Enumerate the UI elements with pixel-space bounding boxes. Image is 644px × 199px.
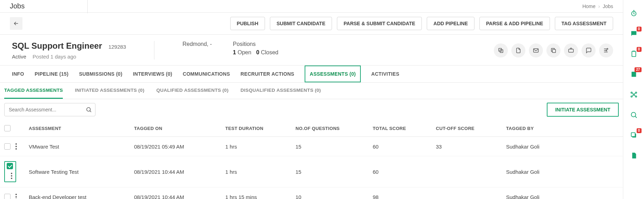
briefcase-icon (568, 47, 574, 54)
cell-assessment: Back-end Developer test (29, 194, 134, 199)
tab-communications[interactable]: COMMUNICATIONS (183, 66, 230, 82)
col-test-duration: TEST DURATION (225, 126, 296, 131)
breadcrumb-current: Jobs (603, 4, 613, 9)
initiate-assessment-button[interactable]: INITIATE ASSESSMENT (547, 103, 619, 117)
select-all-checkbox[interactable] (4, 125, 11, 131)
mail-icon (533, 47, 539, 54)
cell-assessment: VMware Test (29, 144, 134, 150)
row-menu-button[interactable] (14, 142, 18, 151)
cell-tagged-on: 08/19/2021 10:44 AM (134, 194, 225, 199)
tab-info[interactable]: INFO (12, 66, 24, 82)
document-icon (515, 47, 522, 54)
col-total-score: TOTAL SCORE (373, 126, 436, 131)
tab-pipeline[interactable]: PIPELINE (15) (35, 66, 68, 82)
job-id: 129283 (108, 44, 126, 50)
right-sidebar: 0 0 27 0 (623, 0, 644, 199)
sidebar-tasks-icon[interactable]: 27 (629, 69, 639, 79)
col-assessment: ASSESSMENT (29, 126, 134, 131)
cell-tagged-by: Sudhakar Goli (506, 169, 619, 175)
svg-point-16 (631, 112, 636, 117)
closed-count: 0 (256, 49, 259, 55)
sidebar-search-icon[interactable] (629, 110, 639, 120)
parse-add-pipeline-button[interactable]: PARSE & ADD PIPELINE (479, 17, 550, 30)
sidebar-file-icon[interactable] (629, 151, 639, 160)
duplicate-button[interactable] (546, 43, 560, 57)
mail-button[interactable] (529, 43, 543, 57)
row-checkbox[interactable] (4, 143, 11, 150)
table-row: VMware Test 08/19/2021 05:49 AM 1 hrs 15… (0, 137, 623, 156)
svg-point-11 (633, 94, 635, 95)
sidebar-copies-icon[interactable]: 0 (629, 130, 639, 140)
sidebar-stopwatch-icon[interactable] (629, 8, 639, 18)
cell-test-duration: 1 hrs (225, 144, 296, 150)
sidebar-chat-icon[interactable]: 0 (629, 29, 639, 39)
tab-interviews[interactable]: INTERVIEWS (0) (133, 66, 172, 82)
badge: 27 (635, 67, 641, 72)
search-input[interactable] (4, 103, 95, 116)
chat-button[interactable] (582, 43, 596, 57)
col-tagged-by: TAGGED BY (506, 126, 619, 131)
svg-point-15 (635, 96, 637, 97)
subtab-initiated[interactable]: INITIATED ASSESSMENTS (0) (75, 83, 144, 99)
svg-rect-10 (631, 72, 636, 77)
sliders-icon (603, 47, 609, 54)
back-button[interactable] (10, 17, 22, 30)
cell-tagged-by: Sudhakar Goli (506, 144, 619, 150)
copy-icon (498, 47, 504, 54)
svg-point-13 (635, 92, 637, 94)
row-menu-button[interactable] (14, 192, 18, 199)
parse-submit-candidate-button[interactable]: PARSE & SUBMIT CANDIDATE (337, 17, 422, 30)
row-checkbox[interactable] (7, 163, 13, 169)
copy2-icon (550, 47, 557, 54)
cell-no-of-questions: 10 (296, 194, 373, 199)
job-posted: Posted 1 days ago (33, 54, 76, 60)
cell-tagged-by: Sudhakar Goli (506, 194, 619, 199)
open-label: Open (238, 49, 251, 55)
tab-submissions[interactable]: SUBMISSIONS (0) (79, 66, 122, 82)
cell-test-duration: 1 hrs (225, 169, 296, 175)
open-count: 1 (233, 49, 236, 55)
svg-rect-9 (632, 52, 636, 57)
svg-rect-4 (569, 49, 573, 52)
tag-assessment-button[interactable]: TAG ASSESSMENT (555, 17, 613, 30)
document-button[interactable] (511, 43, 525, 57)
sidebar-clipboard-icon[interactable]: 0 (629, 49, 639, 59)
tab-activities[interactable]: ACTIVITIES (371, 66, 399, 82)
tab-recruiter-actions[interactable]: RECRUITER ACTIONS (240, 66, 294, 82)
cell-assessment: Software Testing Test (29, 169, 134, 175)
cell-total-score: 60 (373, 169, 436, 175)
row-menu-button[interactable] (9, 171, 14, 180)
chevron-right-icon: › (598, 4, 600, 9)
copy-button[interactable] (494, 43, 508, 57)
chat-icon (585, 47, 592, 54)
cell-tagged-on: 08/19/2021 10:44 AM (134, 169, 225, 175)
subtab-qualified[interactable]: QUALIFIED ASSESSMENTS (0) (156, 83, 228, 99)
add-pipeline-button[interactable]: ADD PIPELINE (427, 17, 474, 30)
svg-rect-18 (631, 133, 635, 137)
cell-total-score: 60 (373, 144, 436, 150)
job-title: SQL Support Engineer (12, 41, 102, 51)
col-cutoff-score: CUT-OFF SCORE (436, 126, 506, 131)
settings-button[interactable] (599, 43, 613, 57)
cell-total-score: 98 (373, 194, 436, 199)
svg-point-7 (87, 108, 91, 111)
assessments-table: ASSESSMENT TAGGED ON TEST DURATION NO.OF… (0, 120, 623, 199)
tab-assessments[interactable]: ASSESSMENTS (0) (305, 66, 360, 82)
subtab-tagged[interactable]: TAGGED ASSESSMENTS (4, 83, 63, 99)
badge: 0 (637, 128, 642, 133)
arrow-left-icon (13, 20, 19, 27)
briefcase-button[interactable] (564, 43, 578, 57)
svg-point-6 (606, 50, 607, 51)
submit-candidate-button[interactable]: SUBMIT CANDIDATE (270, 17, 332, 30)
row-checkbox[interactable] (4, 194, 11, 199)
sidebar-network-icon[interactable] (629, 90, 639, 100)
subtab-disqualified[interactable]: DISQUALIFIED ASSESSMENTS (0) (240, 83, 321, 99)
job-status: Active (12, 54, 26, 60)
breadcrumb-home[interactable]: Home (582, 4, 595, 9)
cell-no-of-questions: 15 (296, 144, 373, 150)
tabs-primary: INFO PIPELINE (15) SUBMISSIONS (0) INTER… (0, 66, 623, 83)
publish-button[interactable]: PUBLISH (230, 17, 265, 30)
search-icon[interactable] (86, 107, 92, 113)
positions-label: Positions (233, 41, 279, 47)
cell-test-duration: 1 hrs 15 mins (225, 194, 296, 199)
